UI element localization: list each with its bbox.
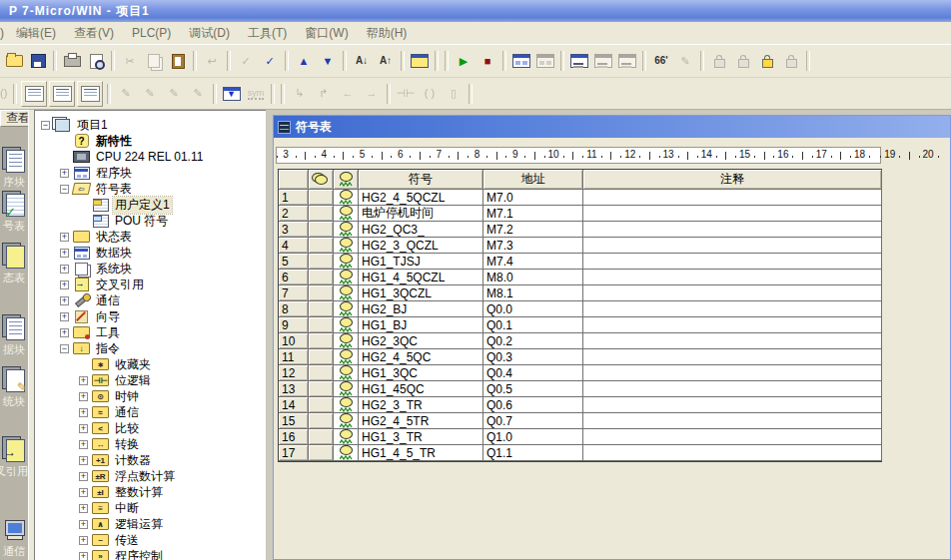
comment-cell[interactable]: [583, 413, 882, 429]
comment-cell[interactable]: [583, 365, 882, 381]
tree-expand-expand-box[interactable]: +: [60, 312, 69, 321]
symbol-cell[interactable]: HG2_QC3_: [359, 222, 483, 238]
overlap-indicator-cell[interactable]: [309, 254, 334, 270]
symbol-indicator-cell[interactable]: [334, 285, 359, 301]
upload-button[interactable]: ▲: [293, 51, 315, 71]
address-cell[interactable]: Q0.6: [483, 397, 583, 413]
overlap-indicator-cell[interactable]: [309, 301, 334, 317]
arrow-right-button[interactable]: →: [361, 84, 383, 104]
address-cell[interactable]: M7.1: [483, 206, 583, 222]
symbol-indicator-cell[interactable]: [334, 222, 359, 238]
chart-status-read-button[interactable]: [592, 51, 614, 71]
row-number-cell[interactable]: 6: [279, 270, 309, 285]
symbol-cell[interactable]: HG2_3_QCZL: [359, 238, 483, 254]
address-cell[interactable]: Q1.1: [483, 445, 583, 461]
tree-item-integer-math[interactable]: +±I整数计算: [35, 484, 266, 500]
row-number-cell[interactable]: 7: [279, 285, 309, 301]
tree-expand-expand-box[interactable]: +: [79, 472, 88, 481]
tree-item-compare[interactable]: +<比较: [35, 420, 266, 436]
overlap-indicator-cell[interactable]: [309, 349, 334, 365]
tree-expand-expand-box[interactable]: +: [60, 169, 69, 178]
tree-expand-expand-box[interactable]: +: [79, 488, 88, 497]
download-button[interactable]: ▼: [317, 51, 339, 71]
overlap-indicator-cell[interactable]: [309, 270, 334, 285]
symbol-cell[interactable]: HG1_3_TR: [359, 429, 483, 445]
menu-item-t[interactable]: 工具(T): [239, 23, 296, 44]
tree-expand-collapse-box[interactable]: −: [41, 121, 50, 130]
tree-expand-expand-box[interactable]: +: [60, 296, 69, 305]
address-cell[interactable]: Q0.1: [483, 317, 583, 333]
navbar-item-program-block[interactable]: 序块: [0, 147, 28, 190]
tree-item-instructions[interactable]: −↓指令: [35, 340, 266, 356]
address-cell[interactable]: Q0.0: [483, 301, 583, 317]
comment-cell[interactable]: [583, 222, 882, 238]
comment-column-header[interactable]: 注释: [583, 170, 882, 190]
comment-cell[interactable]: [583, 270, 882, 285]
sort-ascending-button[interactable]: A↓: [351, 51, 373, 71]
insert-coil-button[interactable]: ( ): [419, 84, 441, 104]
navbar-item-status-chart[interactable]: 态表: [0, 243, 28, 285]
symbol-indicator-cell[interactable]: [334, 445, 359, 461]
tree-expand-expand-box[interactable]: +: [79, 552, 88, 560]
tree-item-communications[interactable]: +通信: [35, 292, 266, 308]
bookmark-next-button[interactable]: [732, 51, 754, 71]
tree-item-program-control[interactable]: +»程序控制: [35, 548, 266, 560]
symbol-cell[interactable]: HG1_4_5QCZL: [359, 270, 483, 285]
tree-expand-expand-box[interactable]: +: [79, 520, 88, 529]
menu-item-v[interactable]: 查看(V): [65, 23, 123, 44]
comment-cell[interactable]: [583, 285, 882, 301]
symbol-indicator-cell[interactable]: [334, 381, 359, 397]
tree-expand-expand-box[interactable]: +: [79, 424, 88, 433]
symbol-indicator-cell[interactable]: [334, 397, 359, 413]
row-number-column-header[interactable]: [279, 170, 309, 190]
tree-expand-expand-box[interactable]: +: [60, 233, 69, 242]
symbol-table-window-titlebar[interactable]: 符号表: [274, 116, 950, 138]
tree-item-cross-reference[interactable]: +→交叉引用: [35, 277, 266, 292]
row-number-cell[interactable]: 15: [279, 413, 309, 429]
tree-item-communications-2[interactable]: +≈通信: [35, 404, 266, 420]
tree-item-program-block[interactable]: +程序块: [35, 165, 266, 181]
symbol-indicator-cell[interactable]: [334, 238, 359, 254]
address-cell[interactable]: M8.1: [483, 285, 583, 301]
address-cell[interactable]: Q1.0: [483, 429, 583, 445]
print-button[interactable]: [61, 51, 83, 71]
run-button[interactable]: ▶: [453, 51, 475, 71]
address-cell[interactable]: M7.0: [483, 190, 583, 206]
paste-button[interactable]: [167, 51, 189, 71]
address-cell[interactable]: M8.0: [483, 270, 583, 285]
save-all-button[interactable]: [27, 51, 49, 71]
symbol-cell[interactable]: HG2_3_TR: [359, 397, 483, 413]
title-bar[interactable]: P 7-Micro/WIN - 项目1: [0, 0, 951, 22]
arrow-down-right-button[interactable]: ↳: [289, 84, 311, 104]
menu-item-plcp[interactable]: PLC(P): [123, 24, 180, 42]
comment-cell[interactable]: [583, 429, 882, 445]
tree-expand-expand-box[interactable]: +: [60, 249, 69, 258]
tree-item-wizard[interactable]: +向导: [35, 308, 266, 324]
bookmark-set-button[interactable]: [756, 51, 778, 71]
address-cell[interactable]: M7.4: [483, 254, 583, 270]
tree-expand-expand-box[interactable]: +: [79, 376, 88, 385]
line-left-button[interactable]: ✎: [163, 84, 185, 104]
navbar-item-cross-reference[interactable]: 叉引用: [0, 436, 28, 479]
symbol-cell[interactable]: HG2_3QC: [359, 333, 483, 349]
row-number-cell[interactable]: 10: [279, 333, 309, 349]
symbol-cell[interactable]: HG1_BJ: [359, 317, 483, 333]
tree-item-system-block[interactable]: +系统块: [35, 261, 266, 277]
row-number-cell[interactable]: 12: [279, 365, 309, 381]
overlap-indicator-cell[interactable]: [309, 190, 334, 206]
print-preview-button[interactable]: [85, 51, 107, 71]
force-button[interactable]: 66': [650, 51, 672, 71]
symbol-cell[interactable]: HG2_4_5QCZL: [359, 190, 483, 206]
overlap-indicator-cell[interactable]: [309, 206, 334, 222]
symbol-indicator-cell[interactable]: [334, 206, 359, 222]
row-number-cell[interactable]: 1: [279, 190, 309, 206]
comment-cell[interactable]: [583, 190, 882, 206]
row-number-cell[interactable]: 13: [279, 381, 309, 397]
chart-status-button[interactable]: [568, 51, 590, 71]
tree-expand-expand-box[interactable]: +: [79, 440, 88, 449]
tree-item-symbol-table[interactable]: −符号表: [35, 181, 266, 197]
symbol-cell[interactable]: HG2_4_5TR: [359, 413, 483, 429]
pause-program-status-button[interactable]: [534, 51, 556, 71]
line-down-button[interactable]: ✎: [115, 84, 137, 104]
address-column-header[interactable]: 地址: [483, 170, 583, 190]
